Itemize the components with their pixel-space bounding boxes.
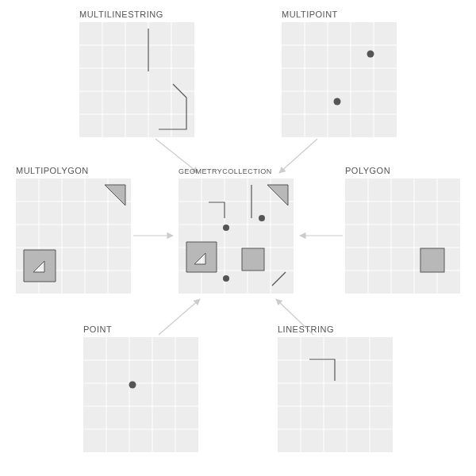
square-icon [420,248,444,272]
label-geometrycollection: GEOMETRYCOLLECTION [178,167,272,175]
geometry-types-diagram: MULTILINESTRING MULTIPOINT MULTIPOLYGON [0,0,476,476]
panel-linestring: LINESTRING [278,324,393,452]
point-icon [367,51,374,58]
svg-rect-27 [178,178,294,294]
point-icon [259,215,265,221]
label-linestring: LINESTRING [278,324,334,334]
polygon-hole-icon [24,250,56,282]
svg-rect-0 [79,22,194,137]
panel-multilinestring: MULTILINESTRING [79,10,194,137]
square-icon [242,248,264,271]
label-multipoint: MULTIPOINT [282,10,338,19]
point-icon [223,275,229,282]
arrow-multipoint [279,139,317,173]
panel-polygon: POLYGON [345,166,460,294]
svg-rect-36 [345,178,460,294]
arrow-point [159,299,200,335]
label-multilinestring: MULTILINESTRING [79,10,163,19]
label-polygon: POLYGON [345,166,390,175]
svg-rect-9 [282,22,397,137]
svg-rect-45 [83,337,198,452]
point-icon [129,382,136,389]
label-point: POINT [83,324,112,334]
panel-geometrycollection: GEOMETRYCOLLECTION [178,167,294,294]
label-multipolygon: MULTIPOLYGON [16,166,89,175]
panel-multipoint: MULTIPOINT [282,10,397,137]
polygon-hole-icon [186,242,217,272]
panel-multipolygon: MULTIPOLYGON [16,166,131,294]
point-icon [334,98,341,106]
point-icon [223,225,229,231]
svg-rect-54 [278,337,393,452]
panel-point: POINT [83,324,198,452]
